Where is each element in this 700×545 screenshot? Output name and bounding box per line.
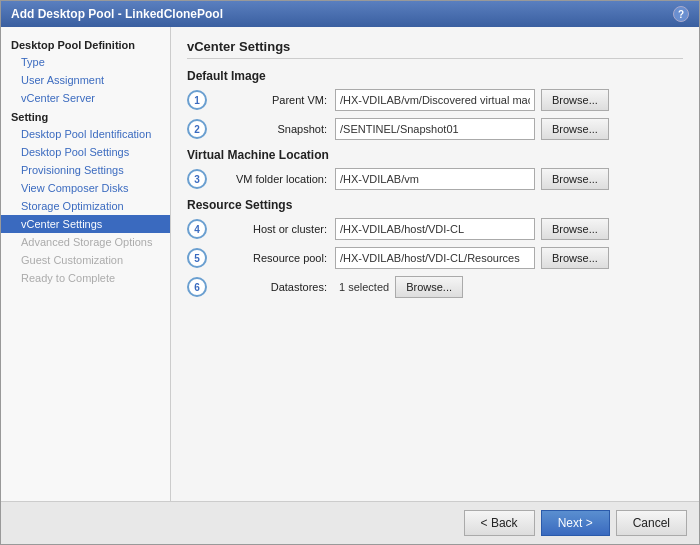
sidebar-item-composer-disks[interactable]: View Composer Disks <box>1 179 170 197</box>
sidebar-item-guest-customization: Guest Customization <box>1 251 170 269</box>
step-circle-5: 5 <box>187 248 207 268</box>
field-label-5: Resource pool: <box>215 252 335 264</box>
next-button[interactable]: Next > <box>541 510 610 536</box>
browse-button-4[interactable]: Browse... <box>541 218 609 240</box>
form-row-1: 1Parent VM:Browse... <box>187 89 683 111</box>
browse-button-3[interactable]: Browse... <box>541 168 609 190</box>
step-circle-4: 4 <box>187 219 207 239</box>
form-row-6: 6Datastores:1 selectedBrowse... <box>187 276 683 298</box>
sidebar-item-vcenter-server[interactable]: vCenter Server <box>1 89 170 107</box>
field-input-1[interactable] <box>335 89 535 111</box>
sidebar-item-type[interactable]: Type <box>1 53 170 71</box>
cancel-button[interactable]: Cancel <box>616 510 687 536</box>
dialog-title: Add Desktop Pool - LinkedClonePool <box>11 7 223 21</box>
field-input-3[interactable] <box>335 168 535 190</box>
main-title: vCenter Settings <box>187 39 683 59</box>
field-value-6: 1 selected <box>335 281 389 293</box>
form-row-5: 5Resource pool:Browse... <box>187 247 683 269</box>
step-circle-3: 3 <box>187 169 207 189</box>
form-row-4: 4Host or cluster:Browse... <box>187 218 683 240</box>
form-row-3: 3VM folder location:Browse... <box>187 168 683 190</box>
section-title-2: Resource Settings <box>187 198 683 212</box>
section-title-1: Virtual Machine Location <box>187 148 683 162</box>
section-title-0: Default Image <box>187 69 683 83</box>
browse-button-6[interactable]: Browse... <box>395 276 463 298</box>
field-input-2[interactable] <box>335 118 535 140</box>
browse-button-2[interactable]: Browse... <box>541 118 609 140</box>
back-button[interactable]: < Back <box>464 510 535 536</box>
step-circle-2: 2 <box>187 119 207 139</box>
sidebar-item-ready-to-complete: Ready to Complete <box>1 269 170 287</box>
field-input-4[interactable] <box>335 218 535 240</box>
field-input-5[interactable] <box>335 247 535 269</box>
title-bar: Add Desktop Pool - LinkedClonePool ? <box>1 1 699 27</box>
sidebar-item-provisioning-settings[interactable]: Provisioning Settings <box>1 161 170 179</box>
content-area: Desktop Pool DefinitionTypeUser Assignme… <box>1 27 699 501</box>
step-circle-1: 1 <box>187 90 207 110</box>
field-label-6: Datastores: <box>215 281 335 293</box>
field-label-3: VM folder location: <box>215 173 335 185</box>
browse-button-1[interactable]: Browse... <box>541 89 609 111</box>
sidebar-section-title: Setting <box>1 107 170 125</box>
footer: < Back Next > Cancel <box>1 501 699 544</box>
field-label-1: Parent VM: <box>215 94 335 106</box>
sidebar-item-advanced-storage: Advanced Storage Options <box>1 233 170 251</box>
sidebar-section-title: Desktop Pool Definition <box>1 35 170 53</box>
dialog: Add Desktop Pool - LinkedClonePool ? Des… <box>0 0 700 545</box>
sidebar: Desktop Pool DefinitionTypeUser Assignme… <box>1 27 171 501</box>
sidebar-item-storage-optimization[interactable]: Storage Optimization <box>1 197 170 215</box>
browse-button-5[interactable]: Browse... <box>541 247 609 269</box>
sidebar-item-user-assignment[interactable]: User Assignment <box>1 71 170 89</box>
sidebar-item-pool-identification[interactable]: Desktop Pool Identification <box>1 125 170 143</box>
field-label-4: Host or cluster: <box>215 223 335 235</box>
step-circle-6: 6 <box>187 277 207 297</box>
main-panel: vCenter SettingsDefault Image1Parent VM:… <box>171 27 699 501</box>
help-button[interactable]: ? <box>673 6 689 22</box>
sidebar-item-vcenter-settings[interactable]: vCenter Settings <box>1 215 170 233</box>
field-label-2: Snapshot: <box>215 123 335 135</box>
form-row-2: 2Snapshot:Browse... <box>187 118 683 140</box>
sidebar-item-pool-settings[interactable]: Desktop Pool Settings <box>1 143 170 161</box>
